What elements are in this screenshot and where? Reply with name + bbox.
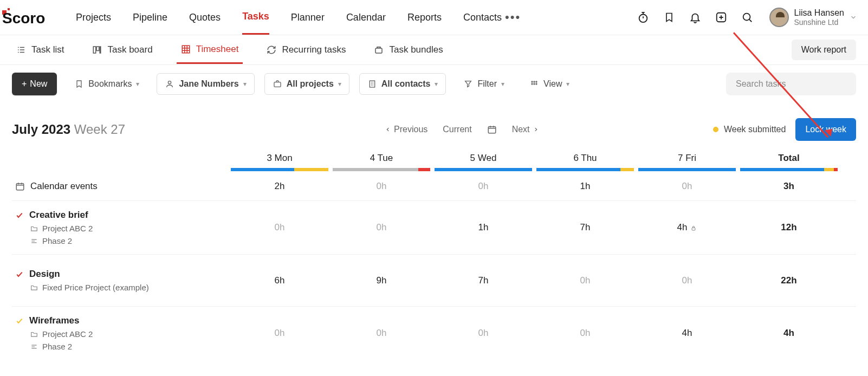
search-input[interactable]: Search tasks (726, 73, 856, 95)
day-progress-bar (229, 168, 331, 172)
svg-point-15 (534, 81, 535, 82)
calendar-picker-button[interactable] (487, 125, 497, 134)
chevron-down-icon: ▾ (435, 80, 438, 88)
new-button[interactable]: + New (12, 73, 57, 95)
bookmarks-dropdown[interactable]: Bookmarks ▾ (67, 74, 147, 94)
search-icon[interactable] (741, 11, 753, 23)
timesheet-cell[interactable]: 4h (636, 323, 738, 343)
nav-pipeline[interactable]: Pipeline (133, 1, 167, 34)
user-name: Liisa Hansen (794, 8, 845, 18)
plus-square-icon[interactable] (715, 11, 727, 23)
bookmarks-label: Bookmarks (88, 79, 132, 89)
nav-projects[interactable]: Projects (76, 1, 111, 34)
person-filter[interactable]: Jane Numbers ▾ (157, 73, 254, 95)
work-report-button[interactable]: Work report (792, 40, 856, 60)
timesheet-cell[interactable]: 0h (331, 323, 432, 343)
folder-icon (30, 330, 38, 338)
svg-rect-7 (97, 47, 100, 51)
view-label: View (543, 79, 562, 89)
check-icon[interactable] (15, 316, 24, 325)
svg-point-14 (532, 81, 533, 82)
chevron-down-icon: ▾ (501, 80, 504, 88)
row-title: Creative brief (29, 210, 88, 221)
folder-icon (30, 225, 38, 232)
timesheet-cell[interactable]: 0h (331, 177, 432, 196)
subtab-task-list[interactable]: Task list (12, 36, 68, 64)
timesheet-cell[interactable]: 0h (534, 271, 636, 290)
timesheet-cell[interactable]: 1h (432, 218, 534, 237)
phase-icon (30, 343, 38, 351)
nav-calendar[interactable]: Calendar (346, 1, 386, 34)
subtab-label: Task bundles (389, 44, 443, 55)
timesheet-cell[interactable]: 0h (229, 218, 331, 237)
svg-point-5 (743, 14, 750, 21)
timesheet-cell[interactable]: 9h (331, 271, 432, 290)
chevron-down-icon: ▾ (243, 80, 247, 88)
svg-rect-13 (370, 81, 374, 87)
projects-filter-label: All projects (287, 79, 334, 89)
timesheet-cell[interactable]: 2h (229, 177, 331, 196)
timesheet-cell[interactable]: 0h (432, 323, 534, 343)
row-phase: Phase 2 (42, 342, 72, 351)
list-icon (16, 45, 26, 55)
timesheet-cell[interactable]: 0h (229, 323, 331, 343)
svg-rect-22 (692, 228, 695, 230)
svg-rect-10 (375, 48, 382, 53)
timesheet-cell[interactable]: 0h (636, 177, 738, 196)
timesheet-cell[interactable]: 0h (331, 218, 432, 237)
current-week-button[interactable]: Current (443, 125, 471, 134)
person-filter-label: Jane Numbers (179, 79, 238, 89)
timesheet-cell[interactable]: 0h (636, 271, 738, 290)
view-dropdown[interactable]: View ▾ (522, 74, 577, 94)
nav-tasks[interactable]: Tasks (242, 0, 269, 35)
timesheet-cell[interactable]: 7h (432, 271, 534, 290)
row-title: Wireframes (29, 315, 79, 326)
day-progress-bar (636, 168, 738, 172)
briefcase-icon (273, 79, 282, 89)
next-week-button[interactable]: Next (512, 125, 539, 134)
nav-reports[interactable]: Reports (407, 1, 442, 34)
timesheet-cell[interactable]: 4h (636, 218, 738, 237)
check-icon[interactable] (15, 211, 24, 219)
lock-week-button[interactable]: Lock week (795, 118, 856, 141)
week-status: Week submitted (713, 125, 786, 134)
subtab-task-board[interactable]: Task board (88, 36, 157, 64)
logo[interactable]: Scoro (2, 8, 67, 27)
subtab-label: Task board (107, 44, 152, 55)
board-icon (92, 45, 102, 55)
nav-contacts[interactable]: Contacts (463, 1, 502, 34)
view-grid-icon (529, 79, 539, 89)
filter-dropdown[interactable]: Filter ▾ (456, 74, 512, 94)
bookmark-small-icon (74, 79, 84, 89)
user-company: Sunshine Ltd (794, 18, 845, 27)
subtab-timesheet[interactable]: Timesheet (177, 36, 243, 64)
timesheet-cell[interactable]: 6h (229, 271, 331, 290)
timesheet-cell[interactable]: 7h (534, 218, 636, 237)
svg-rect-6 (94, 47, 96, 53)
month-label: July 2023 Week 27 (12, 122, 125, 137)
more-menu-icon[interactable]: ••• (502, 10, 524, 24)
timesheet-cell[interactable]: 1h (534, 177, 636, 196)
row-project: Project ABC 2 (42, 224, 93, 233)
subtab-task-bundles[interactable]: Task bundles (370, 36, 447, 64)
svg-point-18 (534, 83, 535, 85)
check-icon[interactable] (15, 270, 24, 278)
user-menu[interactable]: Liisa Hansen Sunshine Ltd (769, 8, 858, 27)
chevron-down-icon: ▾ (338, 80, 341, 88)
nav-planner[interactable]: Planner (291, 1, 325, 34)
subtab-recurring-tasks[interactable]: Recurring tasks (262, 36, 350, 64)
bell-icon[interactable] (689, 11, 701, 23)
contacts-filter[interactable]: All contacts ▾ (359, 73, 446, 95)
row-total: 4h (738, 323, 840, 343)
timesheet-cell[interactable]: 0h (432, 177, 534, 196)
projects-filter[interactable]: All projects ▾ (264, 73, 349, 95)
bookmark-icon[interactable] (663, 11, 675, 23)
prev-week-button[interactable]: Previous (385, 125, 427, 134)
day-header: 4 Tue (331, 146, 432, 168)
month-text: July 2023 (12, 122, 70, 137)
stopwatch-icon[interactable] (637, 11, 649, 23)
nav-quotes[interactable]: Quotes (189, 1, 221, 34)
timesheet-cell[interactable]: 0h (534, 323, 636, 343)
avatar (769, 8, 789, 27)
refresh-icon (267, 45, 276, 55)
